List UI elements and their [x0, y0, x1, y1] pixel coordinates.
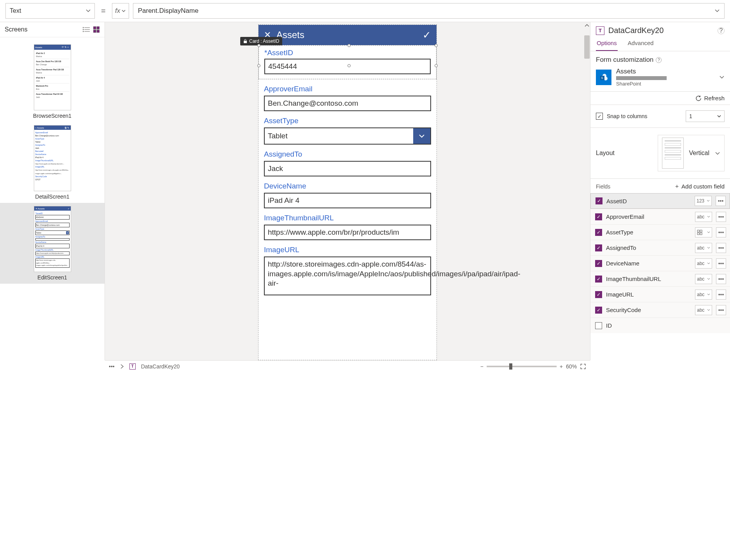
field-type-dropdown[interactable] [695, 227, 712, 237]
field-type-dropdown[interactable]: abc [695, 305, 712, 315]
approveremail-input[interactable]: Ben.Change@contoso.com [264, 96, 431, 111]
sharepoint-icon: S [596, 70, 611, 85]
chevron-down-icon [719, 75, 725, 79]
card-imageurl[interactable]: ImageURL http://store.storeimages.cdn-ap… [258, 246, 437, 295]
snap-checkbox[interactable]: ✓ [596, 113, 603, 120]
field-more-button[interactable]: ••• [716, 196, 726, 206]
field-label: ImageThumbnailURL [264, 214, 431, 222]
chevron-down-icon [122, 10, 126, 12]
field-type-dropdown[interactable]: abc [695, 258, 712, 269]
formula-text: Parent.DisplayName [138, 7, 199, 15]
layout-value: Vertical [689, 150, 709, 157]
data-source-row[interactable]: S Assets SharePoint [596, 68, 725, 87]
add-custom-field[interactable]: ＋ Add custom field [674, 183, 725, 190]
canvas-scrollbar[interactable] [584, 22, 590, 360]
field-checkbox[interactable]: ✓ [595, 276, 602, 283]
fx-label: fx [115, 7, 120, 15]
field-more-button[interactable]: ••• [716, 243, 726, 253]
svg-rect-18 [700, 233, 702, 235]
screens-panel: Screens Assets⟳ ⇅ ＋ iPad Air 2Marina Asu… [0, 22, 105, 360]
status-bar: ••• T DataCardKey20 − + 60% [105, 360, 590, 372]
formula-input[interactable]: Parent.DisplayName [133, 3, 725, 19]
help-icon[interactable]: ? [656, 57, 662, 63]
screens-title: Screens [5, 26, 28, 33]
field-checkbox[interactable]: ✓ [595, 244, 602, 251]
card-assettype[interactable]: AssetType Tablet [258, 117, 437, 145]
card-assignedto[interactable]: AssignedTo Jack [258, 150, 437, 176]
breadcrumb[interactable]: DataCardKey20 [141, 363, 180, 370]
submit-icon[interactable]: ✓ [423, 29, 431, 41]
field-more-button[interactable]: ••• [716, 212, 726, 222]
field-more-button[interactable]: ••• [716, 290, 726, 300]
field-checkbox[interactable]: ✓ [595, 260, 602, 267]
chevron-down-icon [715, 9, 720, 12]
screen-thumb-editscreen1[interactable]: ✕ Assets✓ *AssetID4545444ApproverEmailBe… [0, 203, 105, 284]
field-more-button[interactable]: ••• [716, 227, 726, 237]
card-assetid[interactable]: *AssetID 4545444 [258, 45, 437, 79]
field-row[interactable]: ✓SecurityCodeabc••• [590, 302, 730, 318]
help-icon[interactable]: ? [718, 27, 725, 34]
field-row[interactable]: ✓AssetID123••• [590, 193, 730, 209]
assettype-dropdown[interactable]: Tablet [264, 127, 431, 145]
more-icon[interactable]: ••• [109, 363, 115, 370]
zoom-value: 60% [566, 363, 577, 370]
snap-label: Snap to columns [607, 113, 647, 119]
field-label: *AssetID [264, 49, 431, 57]
screen-thumb-detailscreen1[interactable]: < Assets🗑 ✎ ApproverEmailBen.Change@cont… [0, 122, 105, 203]
field-more-button[interactable]: ••• [716, 305, 726, 315]
field-type-dropdown[interactable]: abc [695, 212, 712, 222]
field-label: DeviceName [264, 182, 431, 190]
property-dropdown[interactable]: Text [5, 3, 95, 19]
field-checkbox[interactable]: ✓ [595, 307, 602, 314]
chevron-up-icon[interactable] [584, 24, 590, 28]
field-checkbox[interactable]: ✓ [596, 197, 603, 204]
field-checkbox[interactable] [595, 322, 602, 329]
devicename-input[interactable]: iPad Air 4 [264, 193, 431, 208]
property-label: Text [10, 7, 21, 14]
field-row[interactable]: ✓ImageURLabc••• [590, 286, 730, 302]
field-type-dropdown[interactable]: abc [695, 274, 712, 284]
fit-to-screen-icon[interactable] [580, 363, 586, 370]
field-type-dropdown[interactable]: abc [695, 290, 712, 300]
card-imagethumbnailurl[interactable]: ImageThumbnailURL https://www.apple.com/… [258, 214, 437, 240]
fx-button[interactable]: fx [112, 3, 129, 19]
zoom-in-icon[interactable]: + [560, 363, 563, 370]
card-approveremail[interactable]: ApproverEmail Ben.Change@contoso.com [258, 85, 437, 111]
canvas[interactable]: Card : AssetID ✕ Assets ✓ *AssetID 45454… [105, 22, 590, 360]
columns-select[interactable]: 1 [686, 110, 725, 122]
lock-icon [243, 39, 247, 44]
card-devicename[interactable]: DeviceName iPad Air 4 [258, 182, 437, 208]
chevron-right-icon[interactable] [120, 364, 124, 369]
field-type-dropdown[interactable]: abc [695, 243, 712, 253]
chevron-down-icon[interactable] [715, 152, 720, 155]
field-type-dropdown[interactable]: 123 [695, 196, 712, 206]
field-more-button[interactable]: ••• [716, 258, 726, 269]
grid-view-icon[interactable] [93, 26, 100, 33]
zoom-out-icon[interactable]: − [480, 363, 484, 370]
tab-advanced[interactable]: Advanced [627, 37, 655, 51]
field-row[interactable]: ✓AssignedToabc••• [590, 240, 730, 255]
thumburl-input[interactable]: https://www.apple.com/br/pr/products/im [264, 225, 431, 240]
field-row[interactable]: ✓DeviceNameabc••• [590, 255, 730, 271]
screen-thumb-browsescreen1[interactable]: Assets⟳ ⇅ ＋ iPad Air 2Marina Asus Zen Bo… [0, 41, 105, 122]
field-row[interactable]: ID [590, 318, 730, 333]
field-checkbox[interactable]: ✓ [595, 213, 602, 220]
field-row[interactable]: ✓ImageThumbnailURLabc••• [590, 271, 730, 286]
field-row[interactable]: ✓AssetType••• [590, 224, 730, 240]
field-row[interactable]: ✓ApproverEmailabc••• [590, 209, 730, 224]
data-source-url [616, 76, 667, 80]
screens-header: Screens [0, 22, 105, 37]
assignedto-input[interactable]: Jack [264, 161, 431, 176]
imageurl-input[interactable]: http://store.storeimages.cdn-apple.com/8… [264, 256, 431, 295]
list-view-icon[interactable] [83, 26, 90, 33]
refresh-row[interactable]: Refresh [590, 92, 730, 105]
scrollbar-thumb[interactable] [584, 35, 590, 59]
field-checkbox[interactable]: ✓ [595, 229, 602, 236]
field-checkbox[interactable]: ✓ [595, 291, 602, 298]
field-more-button[interactable]: ••• [716, 274, 726, 284]
svg-text:S: S [601, 76, 603, 80]
zoom-slider[interactable] [487, 366, 557, 367]
main-area: Screens Assets⟳ ⇅ ＋ iPad Air 2Marina Asu… [0, 22, 730, 360]
tab-options[interactable]: Options [596, 37, 618, 51]
field-label: AssetType [264, 117, 431, 125]
